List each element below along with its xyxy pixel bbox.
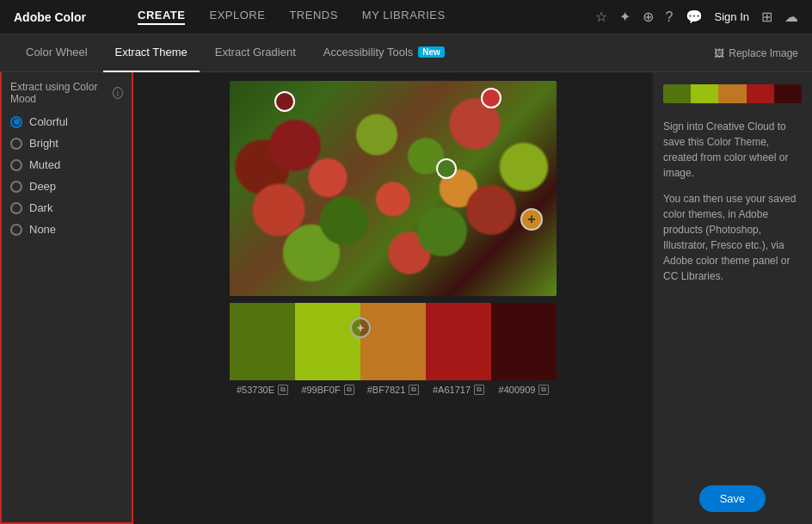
color-mood-options: Colorful Bright Muted Deep Dark None [10,115,123,236]
nav-create[interactable]: CREATE [138,9,185,25]
tab-color-wheel[interactable]: Color Wheel [14,34,100,72]
swatches-row [230,303,557,380]
radio-muted [10,159,22,171]
image-container: + + [230,81,557,296]
star-icon[interactable]: ☆ [595,9,607,25]
nav-libraries[interactable]: MY LIBRARIES [362,9,446,25]
option-dark[interactable]: Dark [10,201,123,214]
copy-icon-4[interactable]: ⧉ [474,385,484,395]
tab-extract-gradient[interactable]: Extract Gradient [203,34,308,72]
swatch-labels: #53730E ⧉ #99BF0F ⧉ #BF7821 ⧉ #A61717 ⧉ … [230,385,557,395]
new-badge: New [418,46,445,58]
right-info-text-1: Sign into Creative Cloud to save this Co… [663,119,802,181]
swatch-label-3: #BF7821 ⧉ [360,385,426,395]
right-panel: Sign into Creative Cloud to save this Co… [653,72,812,524]
center-area: + + #53730E ⧉ #99BF0F ⧉ #BF7821 ⧉ [133,72,653,524]
info-icon[interactable]: i [113,87,123,99]
nav-trends[interactable]: TRENDS [289,9,337,25]
copy-icon-3[interactable]: ⧉ [409,385,419,395]
radio-dark [10,202,22,214]
chat-icon[interactable]: 💬 [686,9,703,25]
swatch-4[interactable] [426,303,491,380]
copy-icon-2[interactable]: ⧉ [344,385,354,395]
preview-swatch-3 [718,84,746,103]
radio-none [10,224,22,236]
copy-icon-1[interactable]: ⧉ [278,385,288,395]
option-colorful[interactable]: Colorful [10,115,123,128]
swatch-label-1: #53730E ⧉ [230,385,295,395]
preview-swatch-1 [663,84,691,103]
color-pin-2[interactable] [481,88,501,108]
radio-bright [10,138,22,150]
right-info-text-2: You can then use your saved color themes… [663,191,802,284]
top-nav: Adobe Color CREATE EXPLORE TRENDS MY LIB… [0,0,812,34]
color-pin-4[interactable]: + [520,208,543,231]
color-pin-5[interactable]: + [350,317,371,338]
copy-icon-5[interactable]: ⧉ [538,385,549,395]
preview-swatch-4 [747,84,774,103]
image-icon: 🖼 [714,47,724,59]
radio-colorful [10,116,22,128]
option-deep[interactable]: Deep [10,180,123,193]
left-panel: Extract using Color Mood i Colorful Brig… [0,72,133,524]
swatch-5[interactable] [491,303,557,380]
sign-in-button[interactable]: Sign In [715,10,749,23]
color-pin-1[interactable] [274,91,295,112]
replace-image-button[interactable]: 🖼 Replace Image [714,47,798,59]
swatch-label-4: #A61717 ⧉ [426,385,491,395]
option-bright[interactable]: Bright [10,137,123,150]
save-button[interactable]: Save [699,485,766,512]
grid-icon[interactable]: ⊞ [761,9,772,25]
panel-title: Extract using Color Mood i [10,81,123,105]
nav-explore[interactable]: EXPLORE [209,9,265,25]
nav-links: CREATE EXPLORE TRENDS MY LIBRARIES [138,9,595,25]
preview-swatch-2 [691,84,718,103]
sun-icon[interactable]: ✦ [619,9,631,25]
color-wheel-icon[interactable]: ⊕ [643,9,654,25]
tab-accessibility-tools[interactable]: Accessibility Tools New [311,34,457,72]
swatch-1[interactable] [230,303,295,380]
preview-swatch-5 [774,84,802,103]
swatch-label-2: #99BF0F ⧉ [295,385,360,395]
option-none[interactable]: None [10,223,123,236]
tab-extract-theme[interactable]: Extract Theme [103,34,200,72]
sub-nav: Color Wheel Extract Theme Extract Gradie… [0,34,812,72]
radio-deep [10,181,22,193]
cloud-icon[interactable]: ☁ [784,9,798,25]
option-muted[interactable]: Muted [10,158,123,171]
color-preview-bar [663,84,802,103]
app-logo: Adobe Color [14,10,86,24]
swatch-3[interactable] [360,303,426,380]
main-content: Extract using Color Mood i Colorful Brig… [0,72,812,524]
swatch-2[interactable] [295,303,360,380]
color-pin-3[interactable] [436,158,457,179]
berry-image: + + [230,81,557,296]
nav-right: ☆ ✦ ⊕ ? 💬 Sign In ⊞ ☁ [595,9,798,25]
swatch-label-5: #400909 ⧉ [491,385,557,395]
help-icon[interactable]: ? [666,9,674,25]
